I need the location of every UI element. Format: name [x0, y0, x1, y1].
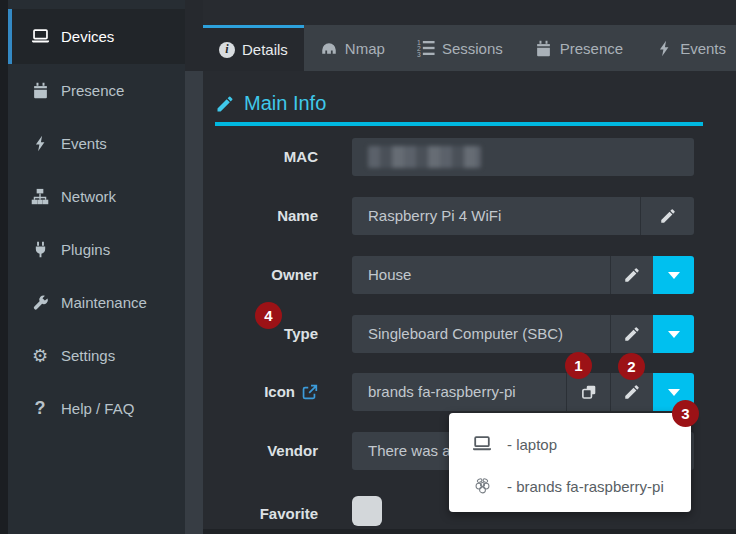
chevron-down-icon [668, 389, 680, 396]
favorite-checkbox[interactable] [352, 496, 382, 526]
pencil-icon [659, 207, 677, 225]
mac-label: MAC [198, 138, 318, 176]
pencil-icon [623, 325, 641, 343]
bolt-icon [655, 39, 673, 57]
owner-dropdown-button[interactable] [653, 256, 694, 294]
question-icon: ? [30, 399, 50, 419]
sidebar-item-help-faq[interactable]: ? Help / FAQ [8, 382, 185, 435]
name-field[interactable]: Raspberry Pi 4 WiFi [352, 197, 640, 235]
annotation-badge-1: 1 [565, 352, 592, 379]
main-info-heading: Main Info [215, 92, 326, 115]
sidebar-item-plugins[interactable]: Plugins [8, 223, 185, 276]
device-details-page: Devices Presence Events Network [0, 0, 736, 534]
external-link-icon[interactable] [301, 384, 318, 401]
sidebar-item-label: Network [61, 188, 116, 205]
sidebar-menu: Devices Presence Events Network [8, 9, 185, 435]
dropdown-option-label: - brands fa-raspberry-pi [507, 478, 664, 495]
dome-icon [320, 39, 338, 57]
annotation-badge-3: 3 [672, 400, 699, 427]
owner-label: Owner [198, 256, 318, 294]
tab-label: Events [680, 40, 726, 57]
sidebar: Devices Presence Events Network [8, 0, 185, 534]
raspberry-pi-icon [471, 475, 493, 497]
annotation-badge-2: 2 [618, 353, 645, 380]
chevron-down-icon [668, 272, 680, 279]
wrench-icon [30, 293, 50, 313]
icon-dropdown-panel: - laptop - brands fa-raspberry-pi [449, 413, 691, 512]
bolt-icon [30, 134, 50, 154]
icon-copy-button[interactable] [566, 373, 610, 411]
tab-events[interactable]: Events [639, 25, 736, 71]
type-dropdown-button[interactable] [653, 315, 694, 353]
sidebar-item-label: Devices [61, 28, 114, 45]
dropdown-option-laptop[interactable]: - laptop [449, 423, 691, 465]
copy-icon [580, 383, 598, 401]
icon-field[interactable]: brands fa-raspberry-pi [352, 373, 566, 411]
tab-nmap[interactable]: Nmap [304, 25, 401, 71]
sidebar-item-events[interactable]: Events [8, 117, 185, 170]
tab-details[interactable]: i Details [203, 25, 304, 71]
tab-sessions[interactable]: 123 Sessions [401, 25, 519, 71]
icon-label: Icon [198, 373, 318, 411]
svg-text:3: 3 [417, 51, 421, 57]
owner-edit-button[interactable] [610, 256, 653, 294]
laptop-icon [471, 433, 493, 455]
owner-field[interactable]: House [352, 256, 610, 294]
pencil-icon [215, 94, 235, 114]
sidebar-item-presence[interactable]: Presence [8, 64, 185, 117]
sidebar-item-label: Help / FAQ [61, 400, 134, 417]
tab-label: Sessions [442, 40, 503, 57]
tab-label: Nmap [345, 40, 385, 57]
bottom-edge-strip [203, 529, 736, 534]
name-label: Name [198, 197, 318, 235]
vendor-label: Vendor [198, 432, 318, 470]
type-edit-button[interactable] [610, 315, 653, 353]
sidebar-item-network[interactable]: Network [8, 170, 185, 223]
name-edit-button[interactable] [640, 197, 694, 235]
left-edge-strip [0, 0, 8, 534]
tab-label: Details [242, 41, 288, 58]
sitemap-icon [30, 187, 50, 207]
plug-icon [30, 240, 50, 260]
dropdown-option-label: - laptop [507, 436, 557, 453]
sidebar-item-devices[interactable]: Devices [8, 9, 185, 64]
sidebar-item-label: Presence [61, 82, 124, 99]
sidebar-item-maintenance[interactable]: Maintenance [8, 276, 185, 329]
pencil-icon [623, 383, 641, 401]
tab-presence[interactable]: Presence [519, 25, 639, 71]
sidebar-item-label: Settings [61, 347, 115, 364]
mac-redacted-value [368, 146, 481, 168]
section-underline [215, 122, 703, 126]
gear-icon: ⚙ [30, 346, 50, 366]
list-ol-icon: 123 [417, 39, 435, 57]
sidebar-item-label: Plugins [61, 241, 110, 258]
tab-label: Presence [560, 40, 623, 57]
calendar-icon [535, 39, 553, 57]
pencil-icon [623, 266, 641, 284]
favorite-label: Favorite [198, 495, 318, 533]
info-circle-icon: i [219, 42, 235, 58]
calendar-icon [30, 81, 50, 101]
annotation-badge-4: 4 [255, 302, 282, 329]
dropdown-option-raspberry-pi[interactable]: - brands fa-raspberry-pi [449, 465, 691, 507]
laptop-icon [30, 27, 50, 47]
type-field[interactable]: Singleboard Computer (SBC) [352, 315, 610, 353]
chevron-down-icon [668, 331, 680, 338]
icon-label-text: Icon [264, 373, 295, 411]
sidebar-item-settings[interactable]: ⚙ Settings [8, 329, 185, 382]
sidebar-item-label: Maintenance [61, 294, 147, 311]
sidebar-item-label: Events [61, 135, 107, 152]
section-title-text: Main Info [244, 92, 326, 115]
device-tabbar: i Details Nmap 123 Sessions Presence Ev [203, 25, 736, 71]
